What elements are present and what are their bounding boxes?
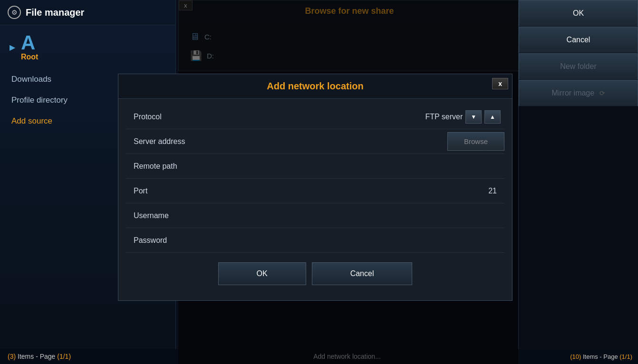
protocol-label: Protocol	[126, 107, 221, 127]
port-row: Port 21	[126, 179, 504, 203]
root-section: ▶ A Root	[0, 25, 175, 65]
items-count-left: (3)	[8, 353, 16, 360]
app-title: File manager	[26, 7, 84, 18]
root-letter: A	[21, 33, 38, 53]
protocol-up-button[interactable]: ▲	[484, 110, 501, 124]
right-panel: OK Cancel New folder Mirror image ⟳ (10)…	[518, 0, 638, 364]
port-value[interactable]: 21	[488, 187, 504, 195]
protocol-value: FTP server	[425, 113, 463, 121]
new-folder-button[interactable]: New folder	[519, 53, 638, 80]
protocol-controls: FTP server ▼ ▲	[425, 110, 504, 124]
add-network-location-title: Add network location	[118, 74, 512, 99]
page-count-left: (1/1)	[57, 353, 71, 360]
add-network-location-body: Protocol FTP server ▼ ▲ Server address B…	[118, 99, 512, 300]
dialog-ok-button[interactable]: OK	[218, 262, 306, 285]
add-network-location-dialog: Add network location x Protocol FTP serv…	[118, 74, 512, 301]
cancel-button[interactable]: Cancel	[519, 27, 638, 53]
sidebar-header: ⚙ File manager	[0, 0, 175, 25]
username-value[interactable]	[221, 210, 504, 221]
browse-button[interactable]: Browse	[447, 132, 504, 151]
mirror-icon: ⟳	[599, 89, 605, 97]
status-bar-right: (10) Items - Page (1/1)	[518, 349, 638, 364]
status-bar-left: (3) Items - Page (1/1)	[0, 349, 176, 364]
right-bottom-area	[519, 106, 638, 364]
server-address-label: Server address	[126, 132, 221, 152]
server-address-value[interactable]	[221, 136, 447, 147]
password-label: Password	[126, 230, 221, 250]
password-row: Password	[126, 228, 504, 253]
play-arrow-icon: ▶	[10, 43, 15, 52]
items-count-right: (10)	[570, 353, 581, 360]
username-label: Username	[126, 206, 221, 226]
port-label: Port	[126, 181, 221, 201]
gear-icon: ⚙	[8, 6, 21, 19]
remote-path-label: Remote path	[126, 156, 221, 176]
protocol-row: Protocol FTP server ▼ ▲	[126, 105, 504, 129]
server-address-row: Server address Browse	[126, 129, 504, 154]
protocol-down-button[interactable]: ▼	[465, 110, 482, 124]
root-label: Root	[21, 53, 38, 61]
remote-path-row: Remote path	[126, 154, 504, 179]
password-value[interactable]	[221, 235, 504, 246]
dialog-buttons: OK Cancel	[126, 253, 504, 295]
ok-button[interactable]: OK	[519, 0, 638, 27]
username-row: Username	[126, 203, 504, 228]
remote-path-value[interactable]	[221, 161, 504, 172]
mirror-image-label: Mirror image	[551, 89, 594, 97]
dialog-cancel-button[interactable]: Cancel	[312, 262, 413, 285]
page-count-right: (1/1)	[619, 353, 632, 360]
add-network-location-close-button[interactable]: x	[492, 78, 508, 89]
mirror-image-button[interactable]: Mirror image ⟳	[519, 80, 638, 106]
